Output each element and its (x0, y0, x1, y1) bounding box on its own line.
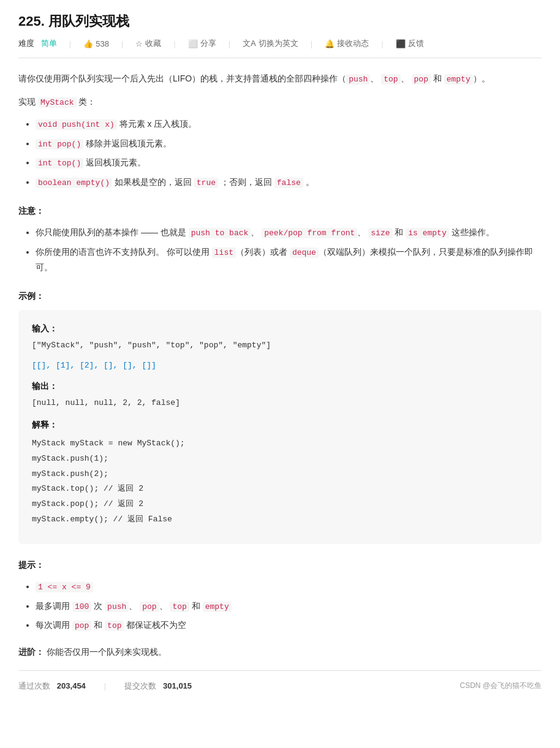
notice-item-2: 你所使用的语言也许不支持队列。 你可以使用 list（列表）或者 deque（双… (36, 244, 542, 276)
difficulty-label: 难度 简单 (18, 38, 57, 49)
explain-code: MyStack myStack = new MyStack(); myStack… (32, 436, 528, 527)
explain-line-3: myStack.push(2); (32, 467, 528, 482)
input-line1: ["MyStack", "push", "push", "top", "pop"… (32, 339, 528, 352)
description-section: 请你仅使用两个队列实现一个后入先出（LIFO）的栈，并支持普通栈的全部四种操作（… (18, 70, 542, 190)
submit-count: 301,015 (163, 681, 192, 690)
switch-lang-link[interactable]: 文A 切换为英文 (243, 38, 298, 49)
explain-section: 解释： MyStack myStack = new MyStack(); myS… (32, 417, 528, 527)
hint-item-3: 每次调用 pop 和 top 都保证栈不为空 (36, 618, 542, 633)
output-line: [null, null, null, 2, 2, false] (32, 396, 528, 410)
pass-stat: 通过次数 203,454 (18, 681, 86, 692)
output-label: 输出： (32, 379, 528, 394)
hint-item-2: 最多调用 100 次 push、 pop、 top 和 empty (36, 599, 542, 614)
hints-list: 1 <= x <= 9 最多调用 100 次 push、 pop、 top 和 … (18, 579, 542, 633)
notice-section: 注意： 你只能使用队列的基本操作 —— 也就是 push to back、 pe… (18, 203, 542, 275)
star-icon: ☆ (135, 39, 143, 48)
advance-label: 进阶： (18, 647, 44, 657)
share-icon: ⬜ (188, 39, 198, 48)
example-title: 示例： (18, 289, 542, 304)
difficulty-text: 难度 (18, 39, 34, 48)
divider5: | (311, 39, 312, 48)
advance-section: 进阶： 你能否仅用一个队列来实现栈。 (18, 647, 542, 658)
method-top: int top() 返回栈顶元素。 (36, 155, 542, 170)
methods-list: void push(int x) 将元素 x 压入栈顶。 int pop() 移… (18, 116, 542, 190)
implement-class-text: 实现 MyStack 类： (18, 94, 542, 111)
share-label: 分享 (200, 38, 216, 49)
explain-label: 解释： (32, 417, 528, 433)
page-title: 225. 用队列实现栈 (18, 12, 542, 31)
collect-link[interactable]: ☆ 收藏 (135, 38, 161, 49)
divider4: | (229, 39, 230, 48)
divider2: | (121, 39, 123, 48)
collect-label: 收藏 (145, 38, 161, 49)
footer-divider: | (104, 681, 106, 690)
share-link[interactable]: ⬜ 分享 (188, 38, 216, 49)
explain-line-5: myStack.pop(); // 返回 2 (32, 497, 528, 512)
hints-title: 提示： (18, 557, 542, 573)
explain-line-4: myStack.top(); // 返回 2 (32, 482, 528, 497)
feedback-icon: ⬛ (396, 39, 406, 48)
submit-stat: 提交次数 301,015 (124, 681, 192, 692)
notice-item-1: 你只能使用队列的基本操作 —— 也就是 push to back、 peek/p… (36, 225, 542, 240)
advance-text: 你能否仅用一个队列来实现栈。 (47, 647, 167, 657)
hint-item-1: 1 <= x <= 9 (36, 579, 542, 594)
footer: 通过次数 203,454 | 提交次数 301,015 CSDN @会飞的猫不吃… (18, 670, 542, 692)
divider3: | (173, 39, 175, 48)
notice-title: 注意： (18, 203, 542, 219)
translate-icon: 文A (243, 38, 256, 49)
input-label: 输入： (32, 321, 528, 336)
method-push: void push(int x) 将元素 x 压入栈顶。 (36, 116, 542, 132)
divider6: | (381, 39, 383, 48)
toolbar: 难度 简单 | 👍 538 | ☆ 收藏 | ⬜ 分享 | 文A 切换为英文 |… (18, 38, 542, 58)
explain-line-6: myStack.empty(); // 返回 False (32, 512, 528, 527)
method-pop: int pop() 移除并返回栈顶元素。 (36, 136, 542, 151)
thumb-icon: 👍 (83, 39, 93, 48)
example-section: 示例： 输入： ["MyStack", "push", "push", "top… (18, 289, 542, 544)
pass-label: 通过次数 (18, 681, 50, 690)
likes-count: 538 (96, 39, 109, 48)
input-line2: [[], [1], [2], [], [], []] (32, 359, 528, 372)
pass-count: 203,454 (57, 681, 86, 690)
hints-section: 提示： 1 <= x <= 9 最多调用 100 次 push、 pop、 to… (18, 557, 542, 633)
notice-list: 你只能使用队列的基本操作 —— 也就是 push to back、 peek/p… (18, 225, 542, 275)
feedback-link[interactable]: ⬛ 反馈 (396, 38, 424, 49)
method-empty: boolean empty() 如果栈是空的，返回 true ；否则，返回 fa… (36, 175, 542, 190)
example-box: 输入： ["MyStack", "push", "push", "top", "… (18, 310, 542, 544)
feedback-label: 反馈 (408, 38, 424, 49)
description-text: 请你仅使用两个队列实现一个后入先出（LIFO）的栈，并支持普通栈的全部四种操作（… (18, 70, 542, 88)
bell-icon: 🔔 (325, 39, 335, 48)
switch-lang-label: 切换为英文 (259, 38, 298, 49)
explain-line-2: myStack.push(1); (32, 451, 528, 467)
submit-label: 提交次数 (124, 681, 156, 690)
explain-line-1: MyStack myStack = new MyStack(); (32, 436, 528, 451)
likes-section[interactable]: 👍 538 (83, 39, 109, 48)
difficulty-level: 简单 (41, 39, 57, 48)
notifications-link[interactable]: 🔔 接收动态 (325, 38, 369, 49)
csdn-brand: CSDN @会飞的猫不吃鱼 (460, 681, 542, 691)
divider1: | (69, 39, 71, 48)
notifications-label: 接收动态 (337, 38, 369, 49)
